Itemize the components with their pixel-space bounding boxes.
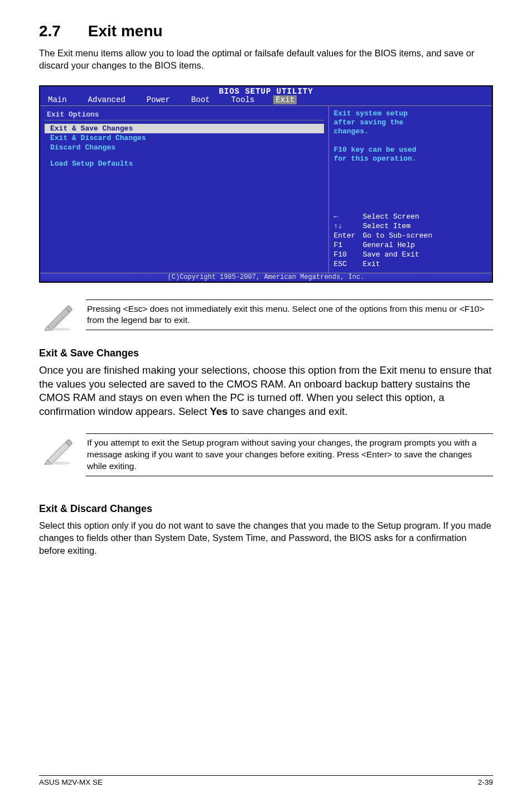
- bios-option-exit-save: Exit & Save Changes: [45, 124, 324, 133]
- bios-left-panel: Exit Options Exit & Save Changes Exit & …: [40, 106, 329, 273]
- bios-tab-boot: Boot: [189, 95, 212, 104]
- bios-tab-advanced: Advanced: [86, 95, 128, 104]
- bios-title: BIOS SETUP UTILITY: [40, 86, 492, 95]
- subheading-exit-discard: Exit & Discard Changes: [39, 503, 493, 515]
- note-block-1: Pressing <Esc> does not immediately exit…: [39, 299, 493, 331]
- subheading-exit-save: Exit & Save Changes: [39, 347, 493, 359]
- para-exit-save: Once you are finished making your select…: [39, 364, 493, 419]
- svg-point-0: [45, 327, 71, 330]
- para-exit-discard: Select this option only if you do not wa…: [39, 519, 493, 557]
- bios-option-discard: Discard Changes: [45, 143, 324, 152]
- footer-left: ASUS M2V-MX SE: [39, 778, 103, 786]
- bios-options-heading: Exit Options: [45, 109, 324, 120]
- bios-tab-main: Main: [46, 95, 69, 104]
- bios-key-legend: ←Select Screen ↑↓Select Item EnterGo to …: [333, 212, 487, 269]
- bios-tab-bar: Main Advanced Power Boot Tools Exit: [40, 95, 492, 105]
- bios-option-load-defaults: Load Setup Defaults: [45, 159, 324, 168]
- page-footer: ASUS M2V-MX SE 2-39: [39, 775, 493, 786]
- bios-screenshot: BIOS SETUP UTILITY Main Advanced Power B…: [39, 85, 493, 283]
- section-heading: 2.7 Exit menu: [39, 22, 493, 40]
- bios-tab-tools: Tools: [229, 95, 257, 104]
- bios-copyright: (C)Copyright 1985-2007, American Megatre…: [40, 273, 492, 282]
- bios-option-exit-discard: Exit & Discard Changes: [45, 133, 324, 143]
- svg-point-1: [45, 462, 71, 465]
- note-block-2: If you attempt to exit the Setup program…: [39, 433, 493, 476]
- pencil-icon: [43, 303, 74, 331]
- intro-paragraph: The Exit menu items allow you to load th…: [39, 47, 493, 72]
- bios-help-text: Exit system setup after saving the chang…: [333, 109, 487, 164]
- section-title-text: Exit menu: [88, 22, 163, 40]
- footer-right: 2-39: [478, 778, 493, 786]
- bios-tab-power: Power: [144, 95, 172, 104]
- bios-right-panel: Exit system setup after saving the chang…: [329, 106, 492, 273]
- section-number: 2.7: [39, 22, 84, 40]
- note-text-1: Pressing <Esc> does not immediately exit…: [86, 299, 493, 331]
- pencil-icon: [43, 437, 74, 465]
- note-text-2: If you attempt to exit the Setup program…: [86, 433, 493, 476]
- bios-tab-exit: Exit: [273, 95, 297, 104]
